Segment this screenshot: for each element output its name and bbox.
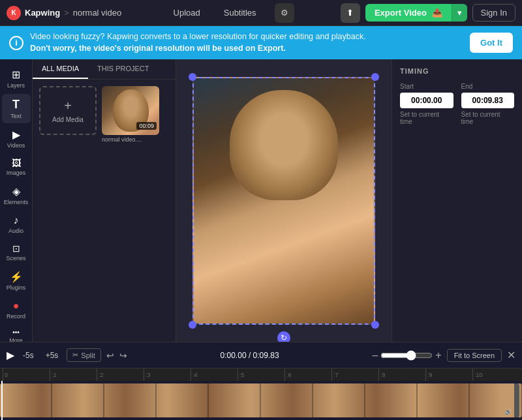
start-time-input[interactable] xyxy=(400,93,453,108)
plugins-icon: ⚡ xyxy=(10,271,23,283)
split-button[interactable]: ✂ Split xyxy=(67,348,100,362)
top-bar-right: ⬆ Export Video 📤 ▾ Sign In xyxy=(341,3,515,23)
current-time: 0:00.00 xyxy=(221,351,247,360)
sidebar-item-more[interactable]: ••• More xyxy=(2,325,31,342)
fit-to-screen-button[interactable]: Fit to Screen xyxy=(447,349,502,362)
sidebar-label-text: Text xyxy=(10,113,22,119)
volume-icon: 🔊 xyxy=(505,409,512,415)
sidebar-label-layers: Layers xyxy=(7,82,25,89)
canvas-area[interactable]: ↻ xyxy=(176,59,392,342)
close-timeline-button[interactable]: ✕ xyxy=(507,349,515,361)
ruler-mark-5: :5 xyxy=(238,368,284,382)
sidebar-item-audio[interactable]: ♪ Audio xyxy=(2,211,31,238)
split-label: Split xyxy=(81,352,95,359)
corner-handle-tr[interactable] xyxy=(371,73,379,81)
redo-button[interactable]: ↪ xyxy=(119,350,127,361)
got-it-button[interactable]: Got It xyxy=(470,33,513,53)
track-overlay xyxy=(0,383,522,417)
info-line2: Don't worry, the video's original resolu… xyxy=(30,44,286,53)
video-name: normal video.... xyxy=(102,136,159,143)
sidebar-item-elements[interactable]: ◈ Elements xyxy=(2,181,31,209)
subtitles-button[interactable]: Subtitles xyxy=(219,5,262,20)
sign-in-button[interactable]: Sign In xyxy=(472,4,515,22)
end-label: End xyxy=(461,83,515,90)
ruler-mark-0: 0 xyxy=(3,368,50,382)
ruler-mark-9: :9 xyxy=(425,368,472,382)
export-video-button[interactable]: Export Video 📤 xyxy=(365,4,452,22)
bottom-toolbar: ▶ -5s +5s ✂ Split ↩ ↪ 0:00.00 / 0:09.83 … xyxy=(0,342,522,368)
skip-forward-button[interactable]: +5s xyxy=(42,349,62,362)
zoom-controls: – + xyxy=(372,350,441,361)
project-name: normal video xyxy=(73,8,121,18)
timing-end-col: End Set to current time xyxy=(461,83,515,125)
ruler-mark-6: :6 xyxy=(284,368,331,382)
text-icon: T xyxy=(12,98,20,112)
ruler-mark-3: :3 xyxy=(144,368,191,382)
top-bar-center: Upload Subtitles ⚙ xyxy=(127,3,335,23)
add-media-label: Add Media xyxy=(52,116,84,123)
timeline-area: 0 :1 :2 :3 :4 :5 :6 :7 :8 :9 :10 🔊 xyxy=(0,368,522,420)
skip-back-button[interactable]: -5s xyxy=(20,349,37,362)
videos-icon: ▶ xyxy=(12,128,20,141)
left-sidebar: ⊞ Layers T Text ▶ Videos 🖼 Images ◈ Elem… xyxy=(0,59,33,342)
video-thumbnail[interactable]: 00:09 normal video.... xyxy=(102,86,159,143)
sidebar-label-record: Record xyxy=(7,313,25,320)
rotate-handle[interactable]: ↻ xyxy=(277,331,290,342)
main-area: ⊞ Layers T Text ▶ Videos 🖼 Images ◈ Elem… xyxy=(0,59,522,342)
tab-this-project[interactable]: THIS PROJECT xyxy=(88,59,158,79)
info-icon: i xyxy=(9,36,23,50)
scenes-icon: ⊡ xyxy=(12,243,20,254)
sidebar-item-scenes[interactable]: ⊡ Scenes xyxy=(2,239,31,265)
tab-all-media[interactable]: ALL MEDIA xyxy=(33,59,88,79)
corner-handle-bl[interactable] xyxy=(189,321,196,329)
app-name: Kapwing xyxy=(25,8,60,18)
right-panel: TIMING Start Set to current time End Set… xyxy=(392,59,522,342)
timing-row: Start Set to current time End Set to cur… xyxy=(400,83,514,125)
ruler-mark-4: :4 xyxy=(191,368,238,382)
sidebar-label-elements: Elements xyxy=(4,199,29,205)
sidebar-label-audio: Audio xyxy=(8,228,23,234)
share-button[interactable]: ⬆ xyxy=(341,3,360,23)
images-icon: 🖼 xyxy=(12,158,21,168)
timeline-track[interactable]: 🔊 xyxy=(0,381,522,420)
track-end-marker xyxy=(514,383,519,417)
media-grid: + Add Media 00:09 normal video.... xyxy=(33,80,176,149)
add-media-card[interactable]: + Add Media xyxy=(39,86,97,135)
sidebar-item-videos[interactable]: ▶ Videos xyxy=(2,125,31,153)
timing-start-col: Start Set to current time xyxy=(400,83,453,125)
top-bar: K Kapwing > normal video Upload Subtitle… xyxy=(0,0,522,26)
sidebar-item-layers[interactable]: ⊞ Layers xyxy=(2,65,31,93)
corner-handle-tl[interactable] xyxy=(189,73,196,81)
zoom-slider[interactable] xyxy=(380,350,433,361)
info-line1: Video looking fuzzy? Kapwing converts to… xyxy=(30,31,463,43)
set-start-time-link[interactable]: Set to current time xyxy=(400,111,453,125)
info-banner-text: Video looking fuzzy? Kapwing converts to… xyxy=(30,31,463,54)
start-label: Start xyxy=(400,83,453,90)
video-duration: 00:09 xyxy=(136,122,157,130)
ruler-marks: 0 :1 :2 :3 :4 :5 :6 :7 :8 :9 :10 xyxy=(3,368,519,382)
export-dropdown-button[interactable]: ▾ xyxy=(452,4,467,22)
ruler-mark-7: :7 xyxy=(331,368,378,382)
media-tabs: ALL MEDIA THIS PROJECT xyxy=(33,59,176,80)
set-end-time-link[interactable]: Set to current time xyxy=(461,111,515,125)
sidebar-item-images[interactable]: 🖼 Images xyxy=(2,154,31,180)
sidebar-item-plugins[interactable]: ⚡ Plugins xyxy=(2,267,31,295)
sidebar-item-record[interactable]: ● Record xyxy=(2,296,31,323)
record-icon: ● xyxy=(13,300,20,312)
sidebar-item-text[interactable]: T Text xyxy=(2,94,31,123)
upload-button[interactable]: Upload xyxy=(168,5,206,20)
zoom-in-button[interactable]: + xyxy=(435,350,441,361)
end-time-input[interactable] xyxy=(461,93,515,108)
breadcrumb-separator: > xyxy=(64,8,69,18)
play-button[interactable]: ▶ xyxy=(7,349,14,361)
corner-handle-br[interactable] xyxy=(371,321,379,329)
undo-button[interactable]: ↩ xyxy=(106,350,114,361)
zoom-out-button[interactable]: – xyxy=(372,350,378,361)
settings-button[interactable]: ⚙ xyxy=(275,3,294,23)
add-plus-icon: + xyxy=(64,98,72,113)
export-btn-group: Export Video 📤 ▾ xyxy=(365,4,467,22)
playhead[interactable] xyxy=(1,381,3,420)
audio-icon: ♪ xyxy=(14,215,19,226)
layers-icon: ⊞ xyxy=(12,68,20,81)
timeline-ruler: 0 :1 :2 :3 :4 :5 :6 :7 :8 :9 :10 xyxy=(0,368,522,381)
